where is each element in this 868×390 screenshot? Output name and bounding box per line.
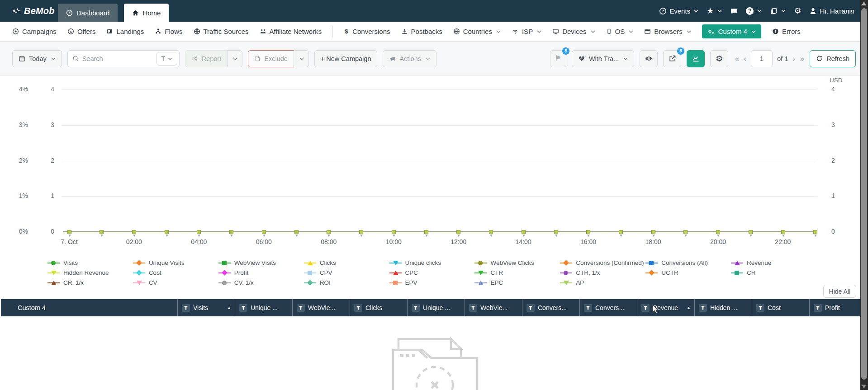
table-column-header-webvie[interactable]: WebVie...: [465, 299, 522, 316]
nav-item-os[interactable]: OS: [606, 28, 634, 35]
legend-item-cv-1-x[interactable]: CV, 1/x: [218, 278, 304, 287]
legend-item-epc[interactable]: EPC: [474, 278, 560, 287]
chart-data-marker[interactable]: [67, 230, 71, 234]
filter-funnel-icon[interactable]: [239, 304, 247, 312]
nav-item-devices[interactable]: Devices: [552, 28, 595, 35]
filter-funnel-icon[interactable]: [814, 304, 822, 312]
table-column-header-visits[interactable]: Visits▲: [177, 299, 235, 316]
chart-data-marker[interactable]: [327, 230, 331, 234]
chart-data-marker[interactable]: [294, 230, 299, 234]
table-column-header-clicks[interactable]: Clicks: [350, 299, 407, 316]
filter-funnel-icon[interactable]: [469, 304, 477, 312]
date-range-button[interactable]: Today: [12, 50, 62, 67]
chart-data-marker[interactable]: [716, 230, 720, 234]
bemob-logo[interactable]: BeMob: [12, 0, 55, 22]
filter-funnel-icon[interactable]: [182, 304, 190, 312]
nav-item-isp[interactable]: ISP: [512, 28, 541, 35]
table-column-header-convers[interactable]: Convers...: [579, 299, 637, 316]
columns-settings-button[interactable]: ⚙: [710, 50, 728, 67]
favorites-menu[interactable]: ★: [707, 7, 722, 15]
chart-data-marker[interactable]: [489, 230, 493, 234]
chart-data-marker[interactable]: [392, 230, 396, 234]
table-column-header-hidden[interactable]: Hidden ...: [694, 299, 752, 316]
chart-data-marker[interactable]: [813, 230, 817, 234]
table-column-header-unique[interactable]: Unique ...: [235, 299, 292, 316]
table-column-header-profit[interactable]: Profit: [809, 299, 867, 316]
legend-item-uctr[interactable]: UCTR: [645, 268, 731, 277]
tab-home[interactable]: Home: [124, 4, 169, 22]
prev-page-button[interactable]: ‹: [744, 55, 746, 63]
scrollbar-thumb[interactable]: [861, 8, 867, 380]
filter-funnel-icon[interactable]: [297, 304, 305, 312]
last-page-button[interactable]: »: [800, 55, 804, 63]
table-column-header-convers[interactable]: Convers...: [522, 299, 579, 316]
nav-item-countries[interactable]: Countries: [453, 28, 501, 35]
chart-data-marker[interactable]: [522, 230, 526, 234]
chart-data-marker[interactable]: [749, 230, 753, 234]
chart-data-marker[interactable]: [619, 230, 623, 234]
nav-item-affiliate-networks[interactable]: Affiliate Networks: [260, 28, 322, 35]
traffic-filter-dropdown[interactable]: With Tra...: [572, 50, 634, 67]
chart-data-marker[interactable]: [651, 230, 655, 234]
vertical-scrollbar[interactable]: [860, 0, 868, 390]
chart-data-marker[interactable]: [229, 230, 233, 234]
chart-data-marker[interactable]: [554, 230, 558, 234]
chat-button[interactable]: [730, 7, 738, 15]
nav-item-campaigns[interactable]: Campaigns: [12, 28, 57, 35]
exclude-dropdown-button[interactable]: [294, 50, 309, 67]
chart-data-marker[interactable]: [197, 230, 201, 234]
chart-data-marker[interactable]: [424, 230, 428, 234]
nav-item-errors[interactable]: !Errors: [772, 28, 801, 35]
legend-item-unique-visits[interactable]: Unique Visits: [133, 258, 218, 267]
legend-item-roi[interactable]: ROI: [304, 278, 389, 287]
filter-funnel-icon[interactable]: [756, 304, 764, 312]
table-column-header-cost[interactable]: Cost: [752, 299, 809, 316]
flag-button[interactable]: $ ⚑: [550, 50, 566, 67]
chart-data-marker[interactable]: [586, 230, 590, 234]
report-dropdown-button[interactable]: [227, 50, 242, 67]
actions-button[interactable]: Actions: [383, 50, 436, 67]
report-button[interactable]: Report: [185, 50, 228, 67]
chart-data-marker[interactable]: [132, 230, 136, 234]
legend-item-ap[interactable]: AP: [560, 278, 645, 287]
chart-data-marker[interactable]: [781, 230, 785, 234]
workspace-menu[interactable]: [770, 7, 786, 15]
table-column-header-unique[interactable]: Unique ...: [407, 299, 465, 316]
chart-data-marker[interactable]: [100, 230, 104, 234]
legend-item-cpc[interactable]: CPC: [389, 268, 475, 277]
filter-funnel-icon[interactable]: [699, 304, 707, 312]
chart-data-marker[interactable]: [456, 230, 460, 234]
nav-item-browsers[interactable]: Browsers: [644, 28, 691, 35]
nav-item-flows[interactable]: Flows: [155, 28, 182, 35]
legend-item-cr[interactable]: CR: [731, 268, 816, 277]
nav-item-conversions[interactable]: $Conversions: [344, 28, 390, 35]
legend-item-conversions-confirmed[interactable]: Conversions (Confirmed): [560, 258, 645, 267]
events-menu[interactable]: Events: [659, 7, 698, 15]
visibility-button[interactable]: [640, 50, 658, 67]
legend-item-conversions-all[interactable]: Conversions (All): [645, 258, 731, 267]
nav-item-postbacks[interactable]: Postbacks: [401, 28, 442, 35]
nav-item-custom-4[interactable]: ⚙⚙Custom 4: [702, 24, 761, 38]
chart-toggle-button[interactable]: [687, 50, 705, 67]
table-column-header-webvie[interactable]: WebVie...: [292, 299, 350, 316]
exclude-button[interactable]: Exclude: [248, 50, 294, 67]
legend-item-clicks[interactable]: Clicks: [304, 258, 389, 267]
search-type-dropdown[interactable]: T: [157, 52, 177, 66]
scroll-up-arrow-icon[interactable]: [862, 1, 866, 5]
legend-item-ctr-1-x[interactable]: CTR, 1/x: [560, 268, 645, 277]
new-campaign-button[interactable]: + New Campaign: [314, 50, 378, 67]
legend-item-unique-clicks[interactable]: Unique clicks: [389, 258, 475, 267]
search-input[interactable]: [82, 55, 153, 62]
hide-all-button[interactable]: Hide All: [823, 285, 856, 298]
legend-item-webview-visits[interactable]: WebView Visits: [218, 258, 304, 267]
page-number-input[interactable]: [751, 50, 773, 67]
legend-item-cost[interactable]: Cost: [133, 268, 218, 277]
first-page-button[interactable]: «: [735, 55, 739, 63]
filter-funnel-icon[interactable]: [641, 304, 650, 312]
help-menu[interactable]: ?: [746, 7, 762, 15]
legend-item-hidden-revenue[interactable]: Hidden Revenue: [47, 268, 133, 277]
next-page-button[interactable]: ›: [792, 55, 795, 63]
legend-item-epv[interactable]: EPV: [389, 278, 475, 287]
table-column-header-revenue[interactable]: Revenue▲: [637, 299, 694, 316]
legend-item-cr-1-x[interactable]: CR, 1/x: [47, 278, 133, 287]
